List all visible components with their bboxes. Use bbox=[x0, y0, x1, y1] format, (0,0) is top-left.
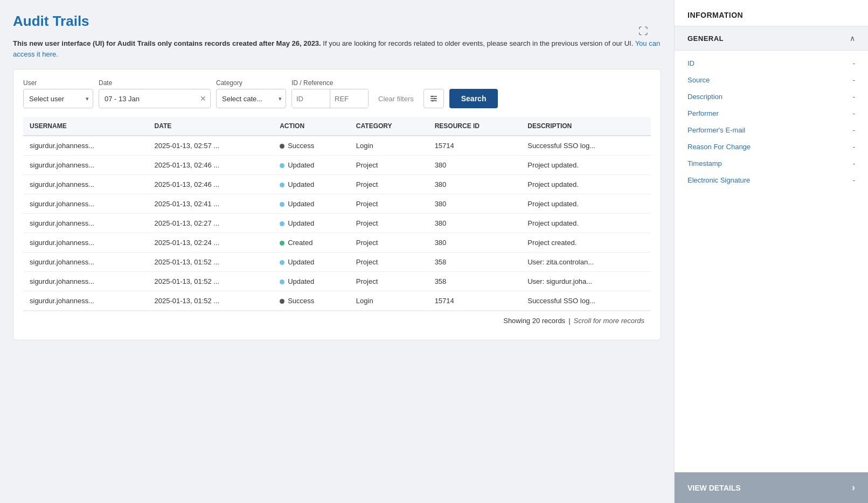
table-header-row: USERNAME DATE ACTION CATEGORY RESOURCE I… bbox=[23, 117, 651, 136]
id-ref-wrapper bbox=[291, 89, 369, 108]
cell-description: User: sigurdur.joha... bbox=[521, 272, 651, 291]
cell-date: 2025-01-13, 02:57 ... bbox=[148, 136, 273, 156]
col-resource-id: RESOURCE ID bbox=[428, 117, 522, 136]
sidebar-field-label: Electronic Signature bbox=[688, 176, 750, 184]
records-count: Showing 20 records bbox=[503, 317, 565, 325]
col-description: DESCRIPTION bbox=[521, 117, 651, 136]
table-header: USERNAME DATE ACTION CATEGORY RESOURCE I… bbox=[23, 117, 651, 136]
cell-category: Project bbox=[350, 194, 428, 214]
cell-username: sigurdur.johanness... bbox=[23, 136, 148, 156]
svg-point-5 bbox=[432, 100, 433, 102]
sidebar-info-row: Source - bbox=[675, 72, 868, 88]
search-button[interactable]: Search bbox=[449, 89, 498, 108]
filters-row: User Select user ▾ Date ✕ Category bbox=[23, 79, 651, 108]
date-input-wrapper: ✕ bbox=[99, 89, 211, 108]
fullscreen-icon[interactable]: ⛶ bbox=[638, 26, 648, 37]
cell-resource-id: 380 bbox=[428, 175, 522, 194]
view-details-label: VIEW DETAILS bbox=[688, 484, 741, 492]
cell-username: sigurdur.johanness... bbox=[23, 253, 148, 272]
sidebar-info-row: Reason For Change - bbox=[675, 138, 868, 155]
category-select-wrapper: Select cate... ▾ bbox=[216, 89, 286, 108]
footer-separator: | bbox=[568, 317, 570, 325]
sidebar-info-row: ID - bbox=[675, 55, 868, 72]
cell-category: Project bbox=[350, 156, 428, 175]
table-row[interactable]: sigurdur.johanness... 2025-01-13, 02:46 … bbox=[23, 156, 651, 175]
table-row[interactable]: sigurdur.johanness... 2025-01-13, 02:27 … bbox=[23, 214, 651, 233]
sidebar-field-value: - bbox=[853, 59, 855, 67]
cell-category: Project bbox=[350, 272, 428, 291]
page-title: Audit Trails bbox=[13, 13, 661, 30]
cell-category: Project bbox=[350, 233, 428, 253]
cell-action: Success bbox=[273, 136, 350, 156]
col-username: USERNAME bbox=[23, 117, 148, 136]
cell-username: sigurdur.johanness... bbox=[23, 233, 148, 253]
sidebar-field-value: - bbox=[853, 126, 855, 134]
category-select[interactable]: Select cate... bbox=[216, 89, 286, 108]
action-dot-icon bbox=[280, 221, 284, 226]
view-details-button[interactable]: VIEW DETAILS › bbox=[675, 472, 868, 503]
action-dot-icon bbox=[280, 280, 284, 284]
cell-description: User: zita.controlan... bbox=[521, 253, 651, 272]
cell-date: 2025-01-13, 02:46 ... bbox=[148, 156, 273, 175]
sidebar-info-row: Performer - bbox=[675, 105, 868, 122]
cell-resource-id: 380 bbox=[428, 194, 522, 214]
table-row[interactable]: sigurdur.johanness... 2025-01-13, 01:52 … bbox=[23, 272, 651, 291]
cell-action: Updated bbox=[273, 214, 350, 233]
info-banner: This new user interface (UI) for Audit T… bbox=[13, 38, 661, 59]
user-filter-group: User Select user ▾ bbox=[23, 79, 93, 108]
cell-resource-id: 15714 bbox=[428, 291, 522, 311]
category-filter-group: Category Select cate... ▾ bbox=[216, 79, 286, 108]
table-body: sigurdur.johanness... 2025-01-13, 02:57 … bbox=[23, 136, 651, 311]
action-dot-icon bbox=[280, 299, 284, 304]
sidebar-field-value: - bbox=[853, 143, 855, 151]
section-header-general[interactable]: GENERAL ∧ bbox=[675, 26, 868, 51]
table-row[interactable]: sigurdur.johanness... 2025-01-13, 02:41 … bbox=[23, 194, 651, 214]
audit-table: USERNAME DATE ACTION CATEGORY RESOURCE I… bbox=[23, 117, 651, 311]
user-select[interactable]: Select user bbox=[23, 89, 93, 108]
col-action: ACTION bbox=[273, 117, 350, 136]
cell-resource-id: 380 bbox=[428, 156, 522, 175]
sidebar-header: INFORMATION bbox=[675, 0, 868, 26]
cell-date: 2025-01-13, 02:27 ... bbox=[148, 214, 273, 233]
user-label: User bbox=[23, 79, 93, 87]
date-label: Date bbox=[99, 79, 211, 87]
sidebar-info-row: Description - bbox=[675, 88, 868, 105]
cell-category: Project bbox=[350, 214, 428, 233]
clear-filters-button[interactable]: Clear filters bbox=[374, 89, 418, 108]
cell-date: 2025-01-13, 01:52 ... bbox=[148, 253, 273, 272]
scroll-hint: Scroll for more records bbox=[574, 317, 644, 325]
cell-resource-id: 380 bbox=[428, 233, 522, 253]
cell-category: Login bbox=[350, 136, 428, 156]
sidebar-field-label: Timestamp bbox=[688, 159, 722, 167]
table-row[interactable]: sigurdur.johanness... 2025-01-13, 02:24 … bbox=[23, 233, 651, 253]
cell-resource-id: 358 bbox=[428, 253, 522, 272]
cell-date: 2025-01-13, 01:52 ... bbox=[148, 272, 273, 291]
date-clear-icon[interactable]: ✕ bbox=[200, 94, 206, 103]
user-select-wrapper: Select user ▾ bbox=[23, 89, 93, 108]
id-input[interactable] bbox=[292, 89, 330, 108]
cell-action: Updated bbox=[273, 156, 350, 175]
cell-action: Created bbox=[273, 233, 350, 253]
section-title-general: GENERAL bbox=[688, 34, 724, 43]
date-filter-group: Date ✕ bbox=[99, 79, 211, 108]
cell-description: Project updated. bbox=[521, 175, 651, 194]
cell-description: Project updated. bbox=[521, 214, 651, 233]
sidebar-title: INFORMATION bbox=[688, 11, 855, 19]
banner-normal-text: If you are looking for records related t… bbox=[323, 39, 633, 47]
cell-resource-id: 15714 bbox=[428, 136, 522, 156]
cell-category: Project bbox=[350, 253, 428, 272]
date-input[interactable] bbox=[99, 89, 211, 108]
cell-username: sigurdur.johanness... bbox=[23, 194, 148, 214]
ref-input[interactable] bbox=[330, 89, 368, 108]
action-dot-icon bbox=[280, 241, 284, 246]
sidebar-field-value: - bbox=[853, 76, 855, 84]
table-row[interactable]: sigurdur.johanness... 2025-01-13, 02:46 … bbox=[23, 175, 651, 194]
filter-options-button[interactable] bbox=[423, 89, 444, 108]
action-dot-icon bbox=[280, 144, 284, 149]
cell-action: Updated bbox=[273, 272, 350, 291]
sidebar-field-value: - bbox=[853, 159, 855, 167]
table-row[interactable]: sigurdur.johanness... 2025-01-13, 01:52 … bbox=[23, 253, 651, 272]
col-category: CATEGORY bbox=[350, 117, 428, 136]
table-row[interactable]: sigurdur.johanness... 2025-01-13, 01:52 … bbox=[23, 291, 651, 311]
table-row[interactable]: sigurdur.johanness... 2025-01-13, 02:57 … bbox=[23, 136, 651, 156]
